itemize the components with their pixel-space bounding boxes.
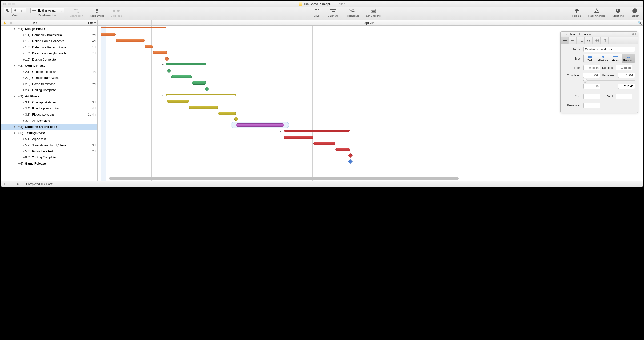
inspector-tab-attachments[interactable] <box>601 37 609 44</box>
minimize-window-button[interactable] <box>8 2 10 6</box>
view-segmented[interactable] <box>4 8 26 14</box>
level-button[interactable]: Level <box>312 8 322 17</box>
task-bar[interactable] <box>167 100 189 103</box>
task-row[interactable]: ●2.2) Compile frameworks… <box>1 75 98 81</box>
task-bar[interactable] <box>116 39 145 42</box>
remain-time-field[interactable] <box>618 84 635 89</box>
split-task-button[interactable]: Split Task <box>109 8 123 17</box>
connection-button[interactable]: Connection <box>68 8 84 17</box>
inspector-tab-scheduling[interactable] <box>569 37 577 44</box>
task-row[interactable]: ●3.1) Concept sketches3d <box>1 99 98 105</box>
completed-field[interactable] <box>583 73 600 78</box>
inspect-button[interactable]: i Inspect <box>630 8 640 17</box>
task-bar[interactable] <box>336 148 350 152</box>
title-column-header[interactable]: Title <box>14 22 83 25</box>
phase-row[interactable]: ▼●2) Coding Phase… <box>1 62 98 68</box>
milestone-diamond[interactable] <box>348 153 352 158</box>
task-bar[interactable] <box>171 75 192 78</box>
task-bar[interactable] <box>153 51 167 54</box>
task-bar[interactable] <box>145 45 153 48</box>
phase-row[interactable]: ◆6) Game Release <box>1 160 98 166</box>
group-bar-coding[interactable] <box>166 63 206 66</box>
task-row[interactable]: ◆5.4) Testing Complete <box>1 154 98 160</box>
task-row[interactable]: ●1.1) Gameplay Brainstorm2d <box>1 32 98 38</box>
task-row[interactable]: ●2.3) Parse framistans2d <box>1 81 98 87</box>
reschedule-button[interactable]: Reschedule <box>344 8 360 17</box>
baseline-dropdown[interactable]: Editing: Actual ⌃⌄ <box>30 8 64 14</box>
group-disclosure[interactable]: ▼ <box>280 130 282 133</box>
task-row[interactable]: ◆3.4) Art Complete <box>1 118 98 124</box>
done-hours-field[interactable] <box>583 84 600 89</box>
phase-row[interactable]: ▼●4) Combine art and code… <box>1 124 98 130</box>
magnify-icon[interactable]: 🔍 <box>638 21 642 25</box>
publish-button[interactable]: Publish <box>571 8 582 17</box>
task-row[interactable]: ●1.4) Balance underlying math2d <box>1 50 98 56</box>
type-segmented[interactable]: Task Milestone Group Hammock <box>583 54 635 63</box>
resource-view-icon[interactable] <box>12 8 19 13</box>
assignment-button[interactable]: Assignment <box>89 8 105 17</box>
inspector-tab-info[interactable] <box>561 37 569 44</box>
note-column-icon[interactable] <box>8 22 14 24</box>
calendar-view-icon[interactable] <box>19 8 26 13</box>
phase-row[interactable]: ▼●5) Testing Phase… <box>1 130 98 136</box>
hammock-bar[interactable] <box>236 124 284 127</box>
inspector-tab-resources[interactable] <box>585 37 593 44</box>
task-circle[interactable] <box>167 69 171 72</box>
group-bar-design[interactable] <box>100 27 166 30</box>
zoom-window-button[interactable] <box>12 2 15 6</box>
task-row[interactable]: ●1.2) Refine Game Concepts4d <box>1 38 98 44</box>
task-row[interactable]: ◆1.5) Design Complete <box>1 56 98 62</box>
effort-column-header[interactable]: Effort <box>83 22 98 25</box>
name-field[interactable] <box>583 46 635 52</box>
action-menu-button[interactable]: ✲▾ <box>15 181 22 187</box>
task-outline[interactable]: ▼●1) Design Phase…●1.1) Gameplay Brainst… <box>1 26 98 181</box>
inspector-titlebar[interactable]: ○ ▼ Task: Information ⌘1 <box>561 32 638 37</box>
phase-row[interactable]: ▼●1) Design Phase… <box>1 26 98 32</box>
add-button[interactable]: ＋ <box>1 181 8 187</box>
gantt-chart[interactable]: ▼ ▼ ▼ <box>98 26 643 181</box>
horizontal-scrollbar[interactable] <box>109 177 639 180</box>
effort-field[interactable] <box>583 65 600 70</box>
task-bar[interactable] <box>313 142 336 145</box>
set-baseline-button[interactable]: Set Baseline <box>365 8 382 17</box>
cost-field[interactable] <box>583 94 600 99</box>
violations-button[interactable]: Violations <box>611 8 625 17</box>
task-row[interactable]: ●5.2) “Friends and family” beta3d <box>1 142 98 148</box>
type-group[interactable]: Group <box>610 54 622 63</box>
task-row[interactable]: ●5.1) Alpha test… <box>1 136 98 142</box>
type-task[interactable]: Task <box>584 54 596 63</box>
duration-field[interactable] <box>616 65 632 70</box>
total-field[interactable] <box>616 94 632 99</box>
task-row[interactable]: ●3.3) Fleece polygons2d 4h <box>1 111 98 118</box>
close-panel-icon[interactable]: ○ <box>562 33 564 36</box>
group-disclosure[interactable]: ▼ <box>162 63 164 66</box>
task-row[interactable]: ●3.2) Render pixel sprites4d <box>1 105 98 111</box>
disclosure-icon[interactable]: ▼ <box>566 33 568 36</box>
inspector-tab-dependencies[interactable] <box>577 37 585 44</box>
inspector-tab-custom[interactable] <box>593 37 601 44</box>
track-changes-button[interactable]: Track Changes <box>586 8 607 17</box>
milestone-diamond[interactable] <box>164 56 169 61</box>
task-row[interactable]: ●1.3) Determine Project Scope1d <box>1 44 98 50</box>
hand-tool-icon[interactable]: ✋ <box>1 22 8 25</box>
task-row[interactable]: ●2.1) Choose middleware4h <box>1 68 98 75</box>
timeline-header[interactable]: Apr 2015 🔍 <box>98 20 643 26</box>
milestone-diamond[interactable] <box>348 159 352 164</box>
task-bar[interactable] <box>192 81 206 84</box>
type-hammock[interactable]: Hammock <box>622 54 635 63</box>
task-row[interactable]: ●5.3) Public beta test2d <box>1 148 98 154</box>
remaining-field[interactable] <box>618 73 635 78</box>
resources-field[interactable] <box>583 103 600 108</box>
completion-slider[interactable] <box>583 80 635 81</box>
phase-row[interactable]: ▼●3) Art Phase… <box>1 93 98 99</box>
group-disclosure[interactable]: ▼ <box>162 94 164 96</box>
task-bar[interactable] <box>284 136 313 139</box>
type-milestone[interactable]: Milestone <box>596 54 610 63</box>
close-window-button[interactable] <box>3 2 6 6</box>
task-bar[interactable] <box>100 33 116 36</box>
task-row[interactable]: ◆2.4) Coding Complete <box>1 87 98 93</box>
group-bar-testing[interactable] <box>284 130 350 132</box>
gantt-view-icon[interactable] <box>4 8 12 13</box>
remove-button[interactable]: － <box>8 181 15 187</box>
catch-up-button[interactable]: Catch Up <box>326 8 340 17</box>
